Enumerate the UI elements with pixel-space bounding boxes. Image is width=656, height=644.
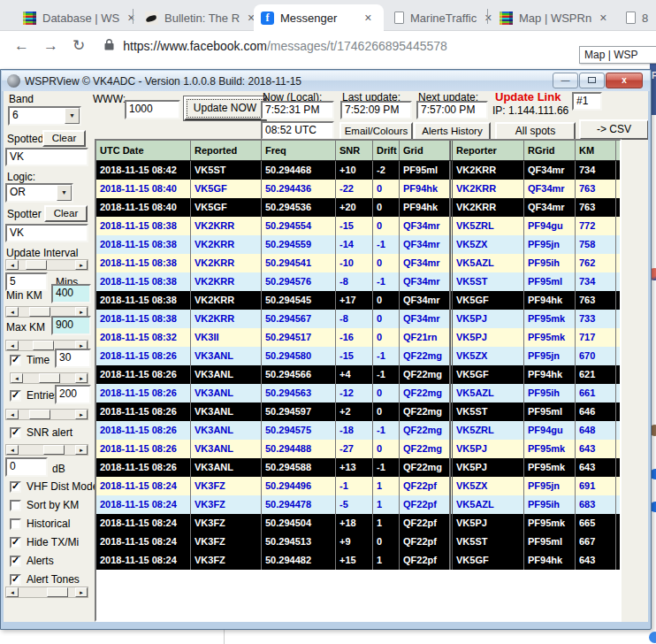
band-select[interactable]: 6 ▼ (8, 106, 81, 126)
scroll-right-icon[interactable]: ► (75, 260, 88, 270)
scroll-right-icon[interactable]: ► (75, 373, 88, 383)
spot-row[interactable]: 2018-11-15 08:38VK2KRR50.294545+170QF34m… (96, 291, 620, 310)
spot-row[interactable]: 2018-11-15 08:26VK3ANL50.294575-18-1QF22… (96, 421, 620, 440)
interval-mins-input[interactable]: 5 (5, 272, 48, 291)
scroll-left-icon[interactable]: ◄ (6, 445, 19, 455)
column-header[interactable]: SNR (336, 141, 373, 160)
column-header[interactable]: Drift (373, 141, 400, 160)
column-header[interactable]: Reporter (450, 141, 524, 160)
spotted-clear-button[interactable]: Clear (42, 130, 86, 147)
spot-row[interactable]: 2018-11-15 08:24VK3FZ50.294482+151QF22pf… (96, 551, 620, 570)
scroll-right-icon[interactable]: ► (75, 410, 88, 419)
time-slider[interactable]: ◄► (10, 372, 88, 384)
chevron-down-icon[interactable]: ▼ (57, 185, 72, 201)
checkbox[interactable] (10, 481, 21, 493)
sidebar-toggle-sort-by-km[interactable]: Sort by KM (10, 499, 98, 511)
scroll-left-icon[interactable]: ◄ (6, 410, 19, 419)
spot-row[interactable]: 2018-11-15 08:26VK3ANL50.294488-270QF22m… (96, 440, 620, 458)
update-interval-slider[interactable]: ◄► (5, 259, 88, 271)
minimize-button[interactable]: — (553, 73, 578, 88)
entries-checkbox-row[interactable]: Entries (10, 389, 59, 402)
entries-checkbox[interactable] (10, 390, 21, 402)
update-now-button[interactable]: Update NOW (184, 96, 266, 120)
spotter-clear-button[interactable]: Clear (44, 205, 88, 222)
max-km-input[interactable]: 900 (51, 316, 91, 335)
tab-messenger-active[interactable]: f Messenger × (254, 4, 384, 31)
logic-select[interactable]: OR ▼ (5, 183, 73, 203)
snr-alert-checkbox-row[interactable]: SNR alert (10, 426, 72, 439)
spot-row[interactable]: 2018-11-15 08:38VK2KRR50.294541-100QF34m… (96, 254, 620, 272)
spot-row[interactable]: 2018-11-15 08:42VK5ST50.294468+10-2PF95m… (96, 161, 620, 180)
scroll-right-icon[interactable]: ► (75, 445, 88, 455)
sidebar-toggle-alerts[interactable]: Alerts (10, 555, 98, 567)
snr-db-input[interactable]: 0 (5, 457, 48, 477)
spotted-filter-input[interactable]: VK (5, 148, 88, 166)
tab-marinetraffic[interactable]: MarineTraffic × (387, 4, 500, 31)
slider-thumb[interactable] (43, 445, 65, 455)
sidebar-toggle-hide-tx-mi[interactable]: Hide TX/Mi (10, 536, 98, 548)
checkbox[interactable] (10, 518, 21, 530)
forward-icon[interactable]: → (43, 37, 58, 55)
entries-slider[interactable]: ◄► (5, 409, 88, 420)
time-checkbox[interactable] (10, 355, 21, 366)
tab-map[interactable]: Map | WSPRn × (492, 4, 615, 31)
spot-row[interactable]: 2018-11-15 08:38VK2KRR50.294559-14-1QF34… (96, 235, 620, 254)
spot-row[interactable]: 2018-11-15 08:24VK3FZ50.294496-11QF22pfV… (96, 477, 620, 495)
column-header[interactable]: Freq (262, 141, 336, 160)
spot-row[interactable]: 2018-11-15 08:24VK3FZ50.294478-51QF22pfV… (96, 495, 620, 514)
slider-thumb[interactable] (39, 373, 60, 383)
spot-row[interactable]: 2018-11-15 08:26VK3ANL50.294580-15-1QF22… (96, 347, 620, 365)
scroll-left-icon[interactable]: ◄ (6, 260, 19, 270)
scroll-left-icon[interactable]: ◄ (6, 341, 19, 350)
tab-bulletin[interactable]: Bulletin: The R × (138, 4, 263, 31)
min-km-input[interactable]: 400 (51, 284, 91, 303)
chevron-down-icon[interactable]: ▼ (65, 108, 80, 124)
spot-row[interactable]: 2018-11-15 08:24VK3FZ50.294504+181QF22pf… (96, 514, 620, 533)
column-header[interactable]: Reported (191, 141, 262, 160)
alerts-history-button[interactable]: Alerts History (414, 122, 491, 141)
spot-row[interactable]: 2018-11-15 08:40VK5GF50.294436-220PF94hk… (96, 180, 620, 198)
slider-thumb[interactable] (47, 587, 68, 597)
checkbox[interactable] (10, 500, 21, 511)
spot-row[interactable]: 2018-11-15 08:38VK2KRR50.294576-8-1QF34m… (96, 272, 620, 291)
sidebar-toggle-vhf-dist-mode[interactable]: VHF Dist Mode (10, 480, 98, 493)
window-titlebar[interactable]: WSPRView © VK4ADC - Version 1.0.0.8 Buil… (2, 71, 650, 91)
slider-thumb[interactable] (29, 410, 50, 419)
spotter-filter-input[interactable]: VK (5, 224, 88, 242)
scroll-left-icon[interactable]: ◄ (6, 587, 19, 597)
spot-row[interactable]: 2018-11-15 08:26VK3ANL50.294597+20QF22mg… (96, 402, 620, 421)
spot-row[interactable]: 2018-11-15 08:38VK2KRR50.294554-150QF34m… (96, 217, 620, 235)
spot-row[interactable]: 2018-11-15 08:26VK3ANL50.294563-120QF22m… (96, 384, 620, 402)
time-checkbox-row[interactable]: Time (10, 354, 50, 366)
maximize-button[interactable] (579, 73, 605, 88)
column-header[interactable]: Grid (400, 141, 450, 160)
tab-close-icon[interactable]: × (598, 11, 608, 25)
snr-alert-checkbox[interactable] (10, 427, 21, 439)
spot-row[interactable]: 2018-11-15 08:26VK3ANL50.294588+13-1QF22… (96, 458, 620, 477)
tab-database[interactable]: Database | WS × (16, 4, 143, 31)
checkbox[interactable] (10, 537, 21, 548)
column-header[interactable]: KM (576, 141, 616, 160)
www-input[interactable]: 1000 (125, 100, 180, 119)
spot-row[interactable]: 2018-11-15 08:38VK2KRR50.294567-80QF34mr… (96, 310, 620, 328)
checkbox[interactable] (10, 574, 21, 586)
csv-export-button[interactable]: -> CSV (579, 119, 648, 140)
column-header[interactable]: UTC Date (96, 141, 191, 160)
snr-alert-slider[interactable]: ◄► (5, 444, 88, 456)
slider-thumb[interactable] (29, 307, 50, 317)
column-header[interactable]: RGrid (524, 141, 576, 160)
scroll-left-icon[interactable]: ◄ (6, 307, 19, 317)
tab-close-icon[interactable]: × (362, 11, 373, 25)
scroll-left-icon[interactable]: ◄ (11, 373, 23, 383)
sidebar-toggle-alert-tones[interactable]: Alert Tones (10, 573, 98, 586)
back-icon[interactable]: ← (14, 37, 29, 55)
tab-close-icon[interactable]: × (126, 11, 136, 25)
reload-icon[interactable]: ↻ (72, 36, 85, 55)
bottom-slider[interactable]: ◄► (5, 586, 88, 598)
slider-thumb[interactable] (26, 260, 47, 270)
tab-partial[interactable]: 8 (619, 4, 655, 31)
checkbox[interactable] (10, 556, 21, 567)
update-link[interactable]: Update Link (495, 91, 561, 104)
spot-row[interactable]: 2018-11-15 08:24VK3FZ50.294513+90QF22pfV… (96, 533, 620, 551)
slider-thumb[interactable] (33, 341, 54, 350)
